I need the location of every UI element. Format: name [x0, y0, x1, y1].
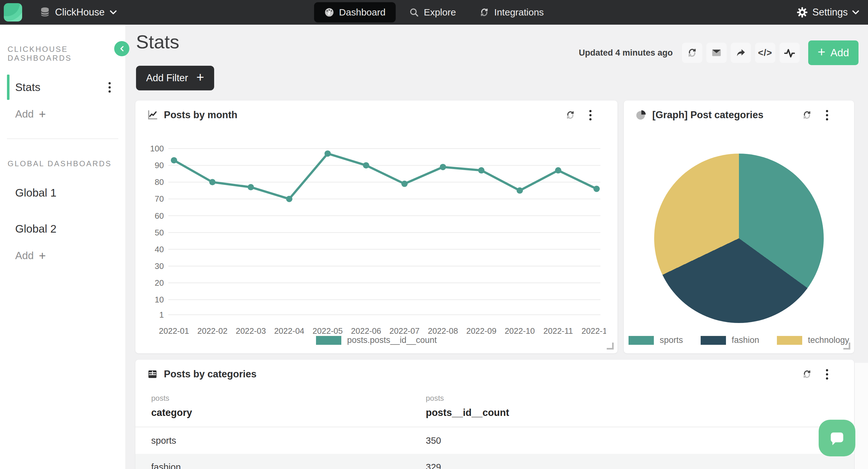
refresh-icon[interactable]: [802, 110, 812, 120]
legend-label: posts.posts__id__count: [347, 335, 437, 345]
refresh-icon[interactable]: [802, 369, 812, 379]
refresh-icon: [687, 47, 698, 58]
card-post-categories: [Graph] Post categories sportsfashiontec…: [624, 100, 854, 353]
code-button[interactable]: </>: [755, 43, 775, 63]
svg-text:2022-09: 2022-09: [466, 326, 496, 336]
table-cell: 350: [426, 436, 838, 446]
tab-label: Dashboard: [339, 7, 385, 18]
mail-icon: [711, 47, 722, 59]
plus-icon: +: [818, 45, 826, 59]
svg-text:90: 90: [155, 161, 164, 170]
line-chart-legend: posts.posts__id__count: [135, 335, 617, 345]
sidebar-item-global-1[interactable]: Global 1: [0, 181, 125, 204]
gauge-icon: [324, 7, 334, 18]
svg-text:1: 1: [159, 310, 164, 320]
main-nav-tabs: Dashboard Explore Integrations: [314, 0, 554, 25]
email-button[interactable]: [706, 43, 726, 63]
legend-label: fashion: [732, 335, 759, 345]
column-header[interactable]: postscategory: [151, 394, 426, 418]
plus-icon: +: [39, 108, 46, 120]
pulse-icon: [784, 47, 795, 59]
activity-button[interactable]: [779, 43, 800, 63]
table-row: sports350: [135, 427, 854, 454]
tab-dashboard[interactable]: Dashboard: [314, 2, 396, 23]
chat-widget-button[interactable]: [819, 420, 855, 456]
svg-text:2022-05: 2022-05: [313, 326, 343, 336]
legend-label: sports: [659, 335, 683, 345]
add-dashboard-button[interactable]: Add +: [15, 108, 125, 120]
svg-text:2022-08: 2022-08: [428, 326, 458, 336]
pie-chart-icon: [635, 109, 647, 121]
resize-handle[interactable]: [843, 343, 850, 349]
dashboard-controls: Updated 4 minutes ago </> + Add: [579, 40, 859, 65]
legend-swatch: [628, 336, 654, 345]
table-cell: 329: [426, 462, 838, 469]
table-cell: sports: [151, 436, 426, 446]
svg-text:2022-03: 2022-03: [236, 326, 266, 336]
refresh-button[interactable]: [682, 43, 702, 63]
table-icon: [147, 368, 158, 380]
kebab-menu-icon[interactable]: [826, 369, 828, 379]
chevron-down-icon: [852, 10, 859, 14]
column-group: posts: [426, 394, 838, 403]
svg-text:30: 30: [155, 261, 164, 271]
resize-handle[interactable]: [607, 343, 614, 349]
legend-item[interactable]: fashion: [701, 335, 759, 345]
database-selector[interactable]: ClickHouse: [40, 7, 117, 18]
tab-label: Integrations: [494, 7, 544, 18]
add-filter-button[interactable]: Add Filter +: [136, 66, 214, 90]
svg-text:2022-04: 2022-04: [274, 326, 304, 336]
svg-text:10: 10: [155, 295, 164, 304]
line-chart[interactable]: 10090807060504030201012022-012022-022022…: [147, 142, 606, 338]
legend-swatch: [777, 336, 802, 345]
kebab-menu-icon[interactable]: [826, 110, 828, 121]
legend-item[interactable]: sports: [628, 335, 683, 345]
svg-text:80: 80: [155, 177, 164, 187]
share-button[interactable]: [731, 43, 751, 63]
card-header: Posts by categories: [135, 360, 854, 380]
svg-text:2022-11: 2022-11: [544, 326, 573, 336]
scrollbar-track[interactable]: [855, 363, 868, 469]
top-navbar: ClickHouse Dashboard Explore Integration…: [0, 0, 868, 25]
search-icon: [409, 7, 419, 18]
column-name: posts__id__count: [426, 407, 838, 418]
svg-text:20: 20: [155, 278, 164, 288]
pie-chart[interactable]: [654, 154, 824, 323]
add-tile-button[interactable]: + Add: [808, 40, 859, 65]
legend-swatch: [701, 336, 726, 345]
forward-arrow-icon: [736, 47, 746, 58]
table-body: sports350fashion329: [135, 427, 854, 469]
card-header: Posts by month: [135, 100, 617, 121]
table-header-row: postscategorypostsposts__id__count: [135, 394, 854, 427]
tab-label: Explore: [424, 7, 456, 18]
svg-text:50: 50: [155, 228, 164, 237]
kebab-menu-icon[interactable]: [589, 110, 592, 121]
sidebar-collapse-button[interactable]: [114, 41, 129, 56]
svg-text:40: 40: [155, 245, 164, 254]
tab-explore[interactable]: Explore: [399, 2, 466, 23]
card-title: [Graph] Post categories: [652, 109, 763, 121]
sync-icon: [479, 7, 489, 18]
settings-menu[interactable]: Settings: [797, 7, 859, 18]
card-posts-by-month: Posts by month 1009080706050403020101202…: [135, 100, 617, 353]
legend-item[interactable]: technology: [777, 335, 849, 345]
sidebar-item-global-2[interactable]: Global 2: [0, 217, 125, 240]
svg-text:2022-12: 2022-12: [581, 326, 606, 336]
add-global-dashboard-button[interactable]: Add +: [15, 250, 125, 262]
column-header[interactable]: postsposts__id__count: [426, 394, 838, 418]
code-icon: </>: [758, 48, 772, 58]
svg-text:2022-07: 2022-07: [390, 326, 420, 336]
card-title: Posts by categories: [164, 368, 256, 380]
chevron-down-icon: [110, 10, 117, 14]
legend-item[interactable]: posts.posts__id__count: [316, 335, 437, 345]
app-logo[interactable]: [4, 3, 22, 22]
refresh-icon[interactable]: [565, 110, 576, 120]
sidebar-divider: [7, 138, 118, 139]
sidebar-item-stats[interactable]: Stats: [0, 76, 125, 99]
tab-integrations[interactable]: Integrations: [469, 2, 554, 23]
kebab-menu-icon[interactable]: [108, 82, 111, 93]
legend-swatch: [316, 336, 341, 345]
svg-text:2022-01: 2022-01: [159, 326, 189, 336]
card-header: [Graph] Post categories: [624, 100, 854, 121]
pie-chart-legend: sportsfashiontechnology: [624, 335, 854, 345]
